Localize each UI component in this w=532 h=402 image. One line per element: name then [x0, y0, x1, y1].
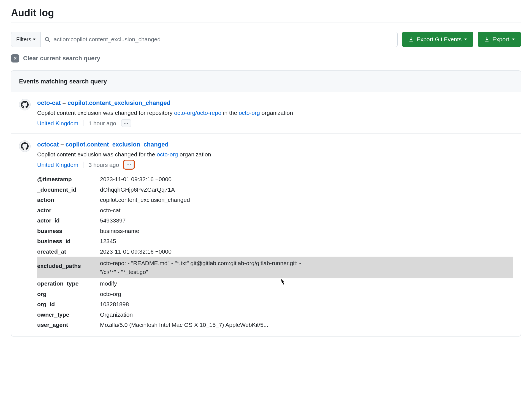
details-value: 12345: [100, 236, 513, 246]
details-row: owner_typeOrganization: [37, 309, 513, 320]
actor-link[interactable]: octo-cat: [37, 99, 61, 106]
event-details: @timestamp2023-11-01 09:32:16 +0000_docu…: [37, 174, 513, 330]
details-value: business-name: [100, 226, 513, 236]
details-key: org_id: [37, 299, 100, 309]
details-value: 2023-11-01 09:32:16 +0000: [100, 246, 513, 257]
repo-link[interactable]: octo-org: [157, 151, 178, 157]
details-key: business: [37, 226, 100, 236]
events-header: Events matching search query: [11, 71, 521, 92]
details-key: created_at: [37, 246, 100, 257]
details-key: actor: [37, 205, 100, 216]
details-key: user_agent: [37, 320, 100, 330]
clear-search-label: Clear current search query: [23, 54, 100, 63]
events-box: Events matching search query octo-cat – …: [11, 70, 521, 336]
events-header-title: Events matching search query: [19, 78, 107, 85]
details-key: @timestamp: [37, 174, 100, 184]
details-value: modify: [100, 278, 513, 289]
export-button[interactable]: Export: [478, 32, 521, 47]
event-title: octo-cat – copilot.content_exclusion_cha…: [37, 98, 513, 107]
ellipsis-icon: ...: [124, 119, 129, 124]
details-value: octo-repo: - "README.md" - "*.txt" git@g…: [100, 257, 315, 278]
ellipsis-icon: ...: [126, 161, 131, 166]
location-link[interactable]: United Kingdom: [37, 119, 78, 128]
event-body: octocat – copilot.content_exclusion_chan…: [37, 140, 513, 330]
event-meta: United Kingdom3 hours ago...: [37, 161, 513, 169]
details-row: user_agentMozilla/5.0 (Macintosh Intel M…: [37, 320, 513, 330]
details-value: copilot.content_exclusion_changed: [100, 195, 513, 205]
search-wrap: [41, 32, 397, 47]
action-row: Filters Export Git Events Export: [11, 32, 521, 47]
details-key: excluded_paths: [37, 257, 100, 275]
details-value: 103281898: [100, 299, 513, 309]
details-row: excluded_pathsocto-repo: - "README.md" -…: [37, 257, 513, 278]
event-meta: United Kingdom1 hour ago...: [37, 119, 513, 128]
details-row: actioncopilot.content_exclusion_changed: [37, 195, 513, 205]
download-icon: [408, 37, 414, 42]
details-value: 54933897: [100, 215, 513, 226]
details-row: operation_typemodify: [37, 278, 513, 289]
details-row: created_at2023-11-01 09:32:16 +0000: [37, 246, 513, 257]
expand-details-button[interactable]: ...: [124, 161, 134, 169]
clear-icon[interactable]: [11, 54, 19, 63]
details-key: actor_id: [37, 215, 100, 226]
chevron-down-icon: [33, 39, 36, 40]
export-git-events-button[interactable]: Export Git Events: [402, 32, 473, 47]
event-description: Copilot content exclusion was changed fo…: [37, 150, 513, 159]
svg-point-0: [45, 37, 49, 41]
details-row: _document_iddOhqqhGHjp6PvZGarQq71A: [37, 184, 513, 195]
avatar[interactable]: [19, 99, 31, 110]
event-title: octocat – copilot.content_exclusion_chan…: [37, 140, 513, 149]
location-link[interactable]: United Kingdom: [37, 161, 78, 169]
details-row: @timestamp2023-11-01 09:32:16 +0000: [37, 174, 513, 184]
details-value: 2023-11-01 09:32:16 +0000: [100, 174, 513, 184]
details-row: businessbusiness-name: [37, 226, 513, 236]
export-git-label: Export Git Events: [417, 36, 462, 43]
timestamp: 3 hours ago: [88, 161, 119, 169]
details-key: org: [37, 289, 100, 299]
repo-link[interactable]: octo-org/octo-repo: [174, 110, 221, 116]
details-value: Organization: [100, 309, 513, 320]
separator: [83, 120, 83, 126]
details-row: orgocto-org: [37, 289, 513, 299]
details-key: action: [37, 195, 100, 205]
filters-button[interactable]: Filters: [11, 32, 41, 47]
download-icon: [484, 37, 490, 42]
clear-search-row[interactable]: Clear current search query: [11, 54, 521, 63]
event-row: octocat – copilot.content_exclusion_chan…: [11, 134, 521, 336]
filters-label: Filters: [16, 36, 31, 43]
event-body: octo-cat – copilot.content_exclusion_cha…: [37, 98, 513, 127]
events-list: octo-cat – copilot.content_exclusion_cha…: [11, 92, 521, 336]
details-row: actor_id54933897: [37, 215, 513, 226]
details-row: org_id103281898: [37, 299, 513, 309]
actor-link[interactable]: octocat: [37, 141, 59, 148]
search-icon: [45, 37, 50, 42]
org-link[interactable]: octo-org: [239, 110, 260, 116]
avatar[interactable]: [19, 140, 31, 152]
details-key: _document_id: [37, 184, 100, 195]
timestamp: 1 hour ago: [88, 119, 116, 128]
details-value: Mozilla/5.0 (Macintosh Intel Mac OS X 10…: [100, 320, 513, 330]
page-title: Audit log: [11, 6, 521, 20]
chevron-down-icon: [512, 39, 515, 40]
search-input[interactable]: [53, 36, 393, 43]
action-link[interactable]: copilot.content_exclusion_changed: [67, 99, 170, 106]
details-value: octo-cat: [100, 205, 513, 216]
action-link[interactable]: copilot.content_exclusion_changed: [66, 141, 169, 148]
divider: [11, 23, 521, 23]
details-row: actorocto-cat: [37, 205, 513, 216]
export-label: Export: [492, 36, 509, 43]
event-description: Copilot content exclusion was changed fo…: [37, 108, 513, 117]
separator: [83, 162, 83, 168]
details-value: octo-org: [100, 289, 513, 299]
event-row: octo-cat – copilot.content_exclusion_cha…: [11, 92, 521, 134]
search-filter-group: Filters: [11, 32, 398, 47]
svg-line-1: [48, 40, 50, 42]
details-key: operation_type: [37, 278, 100, 289]
expand-details-button[interactable]: ...: [121, 119, 131, 127]
details-row: business_id12345: [37, 236, 513, 246]
details-key: owner_type: [37, 309, 100, 320]
details-key: business_id: [37, 236, 100, 246]
chevron-down-icon: [464, 39, 467, 40]
details-value: dOhqqhGHjp6PvZGarQq71A: [100, 184, 513, 195]
